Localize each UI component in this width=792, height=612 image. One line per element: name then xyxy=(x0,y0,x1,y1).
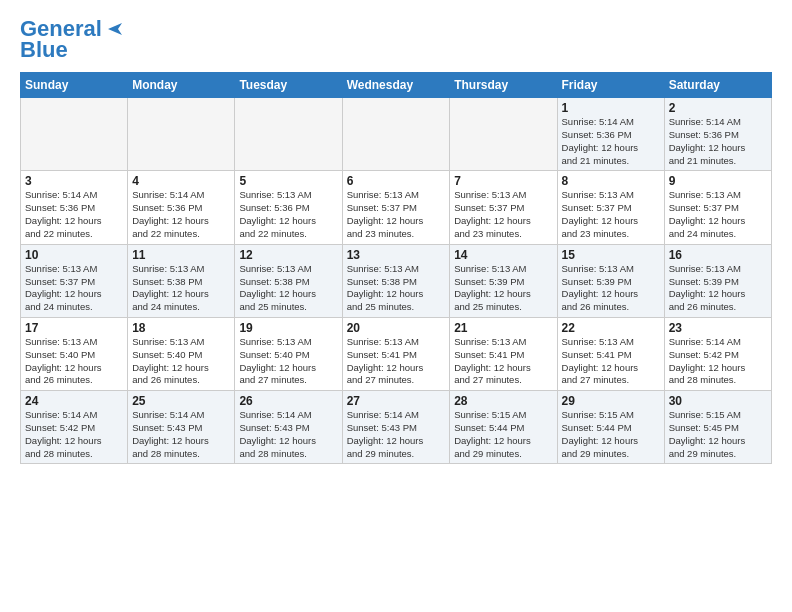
calendar-day-cell: 27Sunrise: 5:14 AM Sunset: 5:43 PM Dayli… xyxy=(342,391,450,464)
calendar-day-cell: 13Sunrise: 5:13 AM Sunset: 5:38 PM Dayli… xyxy=(342,244,450,317)
day-number: 12 xyxy=(239,248,337,262)
calendar-day-cell: 24Sunrise: 5:14 AM Sunset: 5:42 PM Dayli… xyxy=(21,391,128,464)
day-number: 24 xyxy=(25,394,123,408)
day-info: Sunrise: 5:13 AM Sunset: 5:36 PM Dayligh… xyxy=(239,189,337,240)
calendar-day-cell: 16Sunrise: 5:13 AM Sunset: 5:39 PM Dayli… xyxy=(664,244,771,317)
day-number: 2 xyxy=(669,101,767,115)
day-info: Sunrise: 5:14 AM Sunset: 5:36 PM Dayligh… xyxy=(25,189,123,240)
calendar-day-cell: 12Sunrise: 5:13 AM Sunset: 5:38 PM Dayli… xyxy=(235,244,342,317)
day-number: 15 xyxy=(562,248,660,262)
calendar-day-cell: 3Sunrise: 5:14 AM Sunset: 5:36 PM Daylig… xyxy=(21,171,128,244)
calendar-header-row: SundayMondayTuesdayWednesdayThursdayFrid… xyxy=(21,73,772,98)
calendar-day-cell xyxy=(21,98,128,171)
day-number: 22 xyxy=(562,321,660,335)
calendar-day-cell: 9Sunrise: 5:13 AM Sunset: 5:37 PM Daylig… xyxy=(664,171,771,244)
calendar-day-cell: 19Sunrise: 5:13 AM Sunset: 5:40 PM Dayli… xyxy=(235,317,342,390)
day-info: Sunrise: 5:14 AM Sunset: 5:42 PM Dayligh… xyxy=(25,409,123,460)
calendar-day-cell xyxy=(235,98,342,171)
day-number: 1 xyxy=(562,101,660,115)
calendar-day-cell xyxy=(450,98,557,171)
day-info: Sunrise: 5:14 AM Sunset: 5:36 PM Dayligh… xyxy=(132,189,230,240)
day-info: Sunrise: 5:13 AM Sunset: 5:40 PM Dayligh… xyxy=(239,336,337,387)
day-info: Sunrise: 5:13 AM Sunset: 5:37 PM Dayligh… xyxy=(454,189,552,240)
day-info: Sunrise: 5:13 AM Sunset: 5:37 PM Dayligh… xyxy=(347,189,446,240)
day-number: 30 xyxy=(669,394,767,408)
day-info: Sunrise: 5:13 AM Sunset: 5:38 PM Dayligh… xyxy=(239,263,337,314)
logo: General Blue xyxy=(20,16,124,62)
day-number: 9 xyxy=(669,174,767,188)
day-number: 23 xyxy=(669,321,767,335)
calendar-day-cell: 23Sunrise: 5:14 AM Sunset: 5:42 PM Dayli… xyxy=(664,317,771,390)
page: General Blue SundayMondayTuesdayWednesda… xyxy=(0,0,792,474)
calendar-day-cell: 7Sunrise: 5:13 AM Sunset: 5:37 PM Daylig… xyxy=(450,171,557,244)
day-number: 14 xyxy=(454,248,552,262)
calendar-day-cell: 1Sunrise: 5:14 AM Sunset: 5:36 PM Daylig… xyxy=(557,98,664,171)
day-info: Sunrise: 5:14 AM Sunset: 5:43 PM Dayligh… xyxy=(347,409,446,460)
day-number: 26 xyxy=(239,394,337,408)
svg-marker-0 xyxy=(108,23,122,35)
day-number: 13 xyxy=(347,248,446,262)
day-number: 6 xyxy=(347,174,446,188)
weekday-header: Saturday xyxy=(664,73,771,98)
weekday-header: Sunday xyxy=(21,73,128,98)
calendar-day-cell: 6Sunrise: 5:13 AM Sunset: 5:37 PM Daylig… xyxy=(342,171,450,244)
weekday-header: Monday xyxy=(128,73,235,98)
day-info: Sunrise: 5:15 AM Sunset: 5:44 PM Dayligh… xyxy=(454,409,552,460)
day-number: 8 xyxy=(562,174,660,188)
day-info: Sunrise: 5:14 AM Sunset: 5:43 PM Dayligh… xyxy=(132,409,230,460)
logo-text-blue: Blue xyxy=(20,38,68,62)
day-info: Sunrise: 5:13 AM Sunset: 5:41 PM Dayligh… xyxy=(562,336,660,387)
weekday-header: Friday xyxy=(557,73,664,98)
weekday-header: Thursday xyxy=(450,73,557,98)
calendar-day-cell: 14Sunrise: 5:13 AM Sunset: 5:39 PM Dayli… xyxy=(450,244,557,317)
day-info: Sunrise: 5:13 AM Sunset: 5:40 PM Dayligh… xyxy=(132,336,230,387)
day-info: Sunrise: 5:14 AM Sunset: 5:36 PM Dayligh… xyxy=(562,116,660,167)
day-number: 10 xyxy=(25,248,123,262)
day-number: 28 xyxy=(454,394,552,408)
day-info: Sunrise: 5:13 AM Sunset: 5:38 PM Dayligh… xyxy=(132,263,230,314)
day-info: Sunrise: 5:13 AM Sunset: 5:41 PM Dayligh… xyxy=(454,336,552,387)
calendar-day-cell: 18Sunrise: 5:13 AM Sunset: 5:40 PM Dayli… xyxy=(128,317,235,390)
calendar-day-cell: 10Sunrise: 5:13 AM Sunset: 5:37 PM Dayli… xyxy=(21,244,128,317)
calendar-week-row: 1Sunrise: 5:14 AM Sunset: 5:36 PM Daylig… xyxy=(21,98,772,171)
day-number: 27 xyxy=(347,394,446,408)
calendar-week-row: 3Sunrise: 5:14 AM Sunset: 5:36 PM Daylig… xyxy=(21,171,772,244)
day-info: Sunrise: 5:13 AM Sunset: 5:40 PM Dayligh… xyxy=(25,336,123,387)
calendar-week-row: 17Sunrise: 5:13 AM Sunset: 5:40 PM Dayli… xyxy=(21,317,772,390)
day-info: Sunrise: 5:14 AM Sunset: 5:42 PM Dayligh… xyxy=(669,336,767,387)
day-number: 7 xyxy=(454,174,552,188)
calendar-day-cell: 11Sunrise: 5:13 AM Sunset: 5:38 PM Dayli… xyxy=(128,244,235,317)
calendar-day-cell: 15Sunrise: 5:13 AM Sunset: 5:39 PM Dayli… xyxy=(557,244,664,317)
day-number: 11 xyxy=(132,248,230,262)
calendar-table: SundayMondayTuesdayWednesdayThursdayFrid… xyxy=(20,72,772,464)
day-number: 25 xyxy=(132,394,230,408)
day-info: Sunrise: 5:15 AM Sunset: 5:44 PM Dayligh… xyxy=(562,409,660,460)
day-info: Sunrise: 5:13 AM Sunset: 5:37 PM Dayligh… xyxy=(25,263,123,314)
calendar-day-cell: 2Sunrise: 5:14 AM Sunset: 5:36 PM Daylig… xyxy=(664,98,771,171)
calendar-day-cell: 4Sunrise: 5:14 AM Sunset: 5:36 PM Daylig… xyxy=(128,171,235,244)
calendar-day-cell: 28Sunrise: 5:15 AM Sunset: 5:44 PM Dayli… xyxy=(450,391,557,464)
day-info: Sunrise: 5:13 AM Sunset: 5:37 PM Dayligh… xyxy=(669,189,767,240)
day-number: 17 xyxy=(25,321,123,335)
day-info: Sunrise: 5:13 AM Sunset: 5:39 PM Dayligh… xyxy=(562,263,660,314)
day-info: Sunrise: 5:14 AM Sunset: 5:43 PM Dayligh… xyxy=(239,409,337,460)
calendar-day-cell xyxy=(342,98,450,171)
calendar-week-row: 24Sunrise: 5:14 AM Sunset: 5:42 PM Dayli… xyxy=(21,391,772,464)
day-info: Sunrise: 5:14 AM Sunset: 5:36 PM Dayligh… xyxy=(669,116,767,167)
day-number: 16 xyxy=(669,248,767,262)
day-number: 4 xyxy=(132,174,230,188)
day-number: 19 xyxy=(239,321,337,335)
header: General Blue xyxy=(20,16,772,62)
day-info: Sunrise: 5:13 AM Sunset: 5:39 PM Dayligh… xyxy=(669,263,767,314)
day-number: 20 xyxy=(347,321,446,335)
calendar-day-cell: 20Sunrise: 5:13 AM Sunset: 5:41 PM Dayli… xyxy=(342,317,450,390)
day-info: Sunrise: 5:15 AM Sunset: 5:45 PM Dayligh… xyxy=(669,409,767,460)
weekday-header: Wednesday xyxy=(342,73,450,98)
day-number: 3 xyxy=(25,174,123,188)
day-number: 18 xyxy=(132,321,230,335)
calendar-day-cell: 21Sunrise: 5:13 AM Sunset: 5:41 PM Dayli… xyxy=(450,317,557,390)
calendar-day-cell: 22Sunrise: 5:13 AM Sunset: 5:41 PM Dayli… xyxy=(557,317,664,390)
calendar-day-cell: 5Sunrise: 5:13 AM Sunset: 5:36 PM Daylig… xyxy=(235,171,342,244)
day-number: 21 xyxy=(454,321,552,335)
day-number: 29 xyxy=(562,394,660,408)
